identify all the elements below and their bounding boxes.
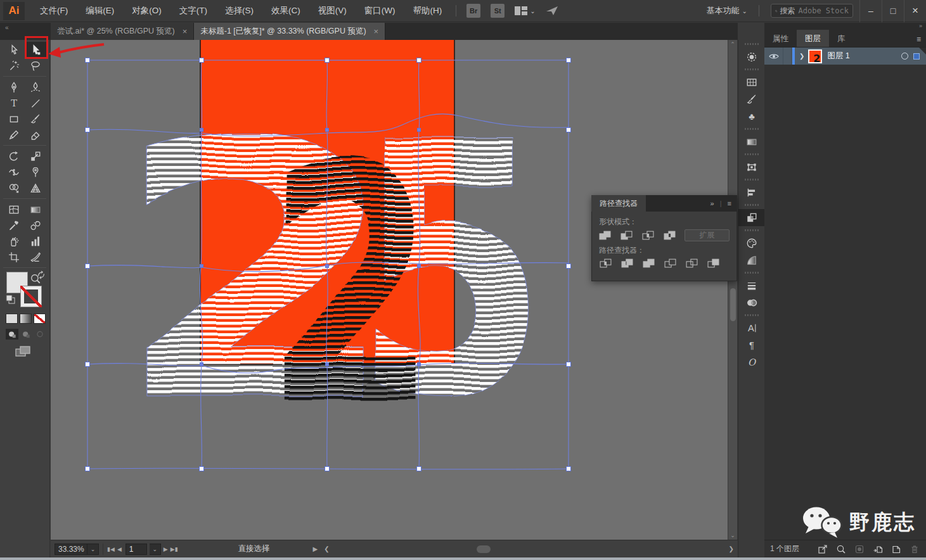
tab-close-icon[interactable]: ×	[183, 27, 188, 36]
pathfinder-minus-back-button[interactable]	[707, 258, 719, 269]
previous-artboard-button[interactable]: ◀	[117, 546, 122, 552]
dock-icon-opentype[interactable]: O	[738, 353, 764, 371]
tool-scale[interactable]	[25, 148, 46, 164]
layer-visibility-toggle[interactable]	[764, 48, 783, 65]
close-button[interactable]: ×	[904, 0, 926, 22]
tool-magic-wand[interactable]	[3, 58, 25, 73]
scroll-right-icon[interactable]: ❯	[729, 545, 734, 552]
striped-25-artwork[interactable]: 2 5 2	[114, 67, 548, 480]
mesh-anchor-point[interactable]	[418, 265, 421, 268]
pathfinder-divide-button[interactable]	[599, 258, 612, 269]
dock-icon-transparency[interactable]	[738, 294, 764, 311]
menu-item[interactable]: 视图(V)	[309, 0, 356, 22]
document-tab[interactable]: 未标题-1 [已恢复]* @ 33.33% (RGB/GPU 预览)×	[194, 23, 385, 40]
scroll-down-icon[interactable]: ⌄	[728, 532, 737, 538]
mesh-anchor-point[interactable]	[417, 467, 421, 471]
next-artboard-button[interactable]: ▶	[164, 546, 168, 552]
zoom-dropdown-chevron[interactable]: ⌄	[87, 544, 99, 555]
menu-item[interactable]: 选择(S)	[216, 0, 262, 22]
dock-grip[interactable]	[745, 153, 759, 155]
tool-blend[interactable]	[25, 217, 46, 233]
draw-behind-mode-button[interactable]	[20, 329, 32, 340]
layer-target-icon[interactable]	[901, 53, 908, 60]
pathfinder-trim-button[interactable]	[621, 258, 633, 269]
layer-row[interactable]: ❯ 2 图层 1	[764, 48, 926, 65]
arrange-documents-button[interactable]: ⌄	[515, 6, 535, 15]
collect-export-icon[interactable]	[818, 544, 828, 554]
tool-line-segment[interactable]	[25, 95, 46, 111]
menu-item[interactable]: 对象(O)	[123, 0, 170, 22]
tab-close-icon[interactable]: ×	[374, 27, 379, 36]
new-sublayer-icon[interactable]	[873, 544, 883, 554]
mesh-anchor-point[interactable]	[325, 58, 330, 63]
panel-menu-icon[interactable]: ≡	[728, 200, 731, 207]
mesh-anchor-point[interactable]	[418, 129, 421, 132]
swap-fill-stroke-icon[interactable]	[37, 270, 46, 279]
horizontal-scrollbar[interactable]	[332, 544, 726, 554]
mesh-anchor-point[interactable]	[86, 362, 90, 367]
dock-icon-transform[interactable]	[738, 158, 764, 175]
panel-tab-图层[interactable]: 图层	[797, 30, 829, 47]
tool-rectangle[interactable]	[3, 111, 25, 127]
layer-expand-chevron[interactable]: ❯	[799, 53, 804, 60]
mesh-anchor-point[interactable]	[200, 265, 203, 268]
document-tab[interactable]: 尝试.ai* @ 25% (RGB/GPU 预览)×	[51, 23, 194, 40]
clipping-mask-icon[interactable]	[854, 544, 865, 554]
dock-grip[interactable]	[745, 272, 759, 274]
mesh-anchor-point[interactable]	[86, 128, 90, 132]
mesh-anchor-point[interactable]	[200, 129, 203, 132]
mesh-anchor-point[interactable]	[567, 58, 571, 63]
tool-shape-builder[interactable]	[3, 180, 25, 196]
new-layer-icon[interactable]	[891, 544, 901, 554]
tool-width[interactable]	[3, 164, 25, 180]
minimize-button[interactable]: –	[859, 0, 882, 22]
search-input[interactable]: 搜索 Adobe Stock	[771, 4, 853, 18]
shape-mode-intersect-button[interactable]	[641, 230, 654, 241]
dock-icon-brushes[interactable]	[738, 91, 764, 108]
dock-grip[interactable]	[745, 204, 759, 206]
tool-artboard[interactable]	[3, 249, 25, 265]
mesh-anchor-point[interactable]	[417, 58, 421, 63]
shape-mode-unite-button[interactable]	[599, 230, 612, 241]
mesh-anchor-point[interactable]	[325, 467, 330, 471]
dock-icon-swatches[interactable]	[738, 73, 764, 91]
mesh-anchor-point[interactable]	[567, 362, 571, 367]
mesh-anchor-point[interactable]	[567, 264, 571, 269]
stroke-color-swatch[interactable]	[20, 286, 42, 307]
draw-inside-mode-button[interactable]	[34, 329, 46, 340]
dock-icon-character[interactable]: A	[738, 319, 764, 336]
artboard-dropdown-chevron[interactable]: ⌄	[150, 544, 161, 555]
tool-slice[interactable]	[25, 249, 46, 265]
delete-layer-icon[interactable]	[910, 544, 920, 554]
gradient-button[interactable]	[20, 314, 32, 324]
mesh-anchor-point[interactable]	[567, 467, 571, 471]
dock-icon-align[interactable]	[738, 184, 764, 201]
tool-eyedropper[interactable]	[3, 217, 25, 233]
striped-digit-2-black[interactable]: 2	[265, 96, 437, 480]
mesh-anchor-point[interactable]	[200, 467, 204, 471]
mesh-anchor-point[interactable]	[326, 363, 329, 366]
tool-rotate[interactable]	[3, 148, 25, 164]
tool-type[interactable]: T	[3, 95, 25, 111]
tool-gradient[interactable]	[25, 201, 46, 217]
tool-curvature[interactable]	[25, 79, 46, 95]
menu-item[interactable]: 编辑(E)	[77, 0, 123, 22]
menu-item[interactable]: 帮助(H)	[404, 0, 451, 22]
expand-button[interactable]: 扩展	[685, 229, 730, 241]
panel-menu-icon[interactable]: ≡	[916, 35, 921, 44]
menu-item[interactable]: 文字(T)	[170, 0, 216, 22]
mesh-anchor-point[interactable]	[200, 58, 204, 63]
dock-grip[interactable]	[745, 314, 759, 316]
dock-grip[interactable]	[745, 229, 759, 231]
layer-lock-cell[interactable]	[783, 48, 792, 65]
mesh-anchor-point[interactable]	[86, 264, 90, 269]
shape-mode-exclude-button[interactable]	[663, 230, 676, 241]
tool-selection[interactable]	[3, 42, 25, 58]
dock-grip[interactable]	[745, 128, 759, 130]
tool-puppet-warp[interactable]	[25, 164, 46, 180]
pathfinder-panel-header[interactable]: 路径查找器 » | ≡	[591, 195, 737, 212]
pathfinder-crop-button[interactable]	[664, 258, 676, 269]
locate-object-icon[interactable]	[836, 544, 846, 554]
mesh-anchor-point[interactable]	[418, 363, 421, 366]
shape-mode-minus-front-button[interactable]	[621, 230, 633, 241]
